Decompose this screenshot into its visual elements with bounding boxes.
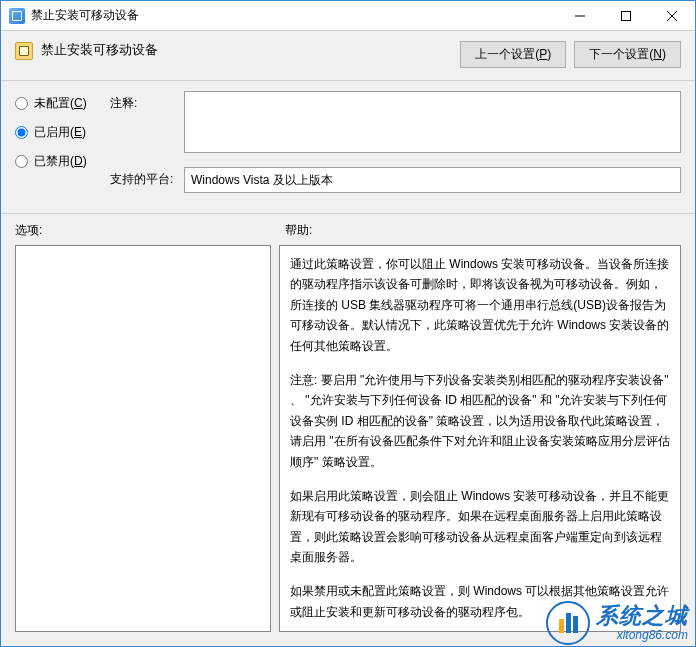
help-paragraph: 通过此策略设置，你可以阻止 Windows 安装可移动设备。当设备所连接的驱动程… <box>290 254 670 356</box>
policy-header: 禁止安装可移动设备 上一个设置(P) 下一个设置(N) <box>1 31 695 81</box>
maximize-button[interactable] <box>603 1 649 30</box>
config-area: 未配置(C) 已启用(E) 已禁用(D) 注释: 支持的平台: Wind <box>1 81 695 214</box>
window-controls <box>557 1 695 30</box>
panes: 通过此策略设置，你可以阻止 Windows 安装可移动设备。当设备所连接的驱动程… <box>1 245 695 646</box>
radio-not-configured[interactable]: 未配置(C) <box>15 95 110 112</box>
policy-title: 禁止安装可移动设备 <box>41 41 460 59</box>
options-pane[interactable] <box>15 245 271 632</box>
radio-disabled[interactable]: 已禁用(D) <box>15 153 110 170</box>
minimize-button[interactable] <box>557 1 603 30</box>
policy-editor-window: 禁止安装可移动设备 禁止安装可移动设备 上一个设置(P) 下一个设置(N) <box>0 0 696 647</box>
comment-row: 注释: <box>110 91 681 157</box>
fields: 注释: 支持的平台: Windows Vista 及以上版本 <box>110 91 681 203</box>
svg-rect-1 <box>622 11 631 20</box>
previous-setting-button[interactable]: 上一个设置(P) <box>460 41 566 68</box>
panes-header: 选项: 帮助: <box>1 214 695 245</box>
radio-enabled-input[interactable] <box>15 126 28 139</box>
close-button[interactable] <box>649 1 695 30</box>
help-pane[interactable]: 通过此策略设置，你可以阻止 Windows 安装可移动设备。当设备所连接的驱动程… <box>279 245 681 632</box>
radio-disabled-input[interactable] <box>15 155 28 168</box>
app-icon <box>9 8 25 24</box>
help-header-label: 帮助: <box>285 222 312 239</box>
help-paragraph: 如果启用此策略设置，则会阻止 Windows 安装可移动设备，并且不能更新现有可… <box>290 486 670 568</box>
radio-enabled[interactable]: 已启用(E) <box>15 124 110 141</box>
platform-label: 支持的平台: <box>110 167 184 193</box>
platform-row: 支持的平台: Windows Vista 及以上版本 <box>110 167 681 193</box>
radio-not-configured-input[interactable] <box>15 97 28 110</box>
help-paragraph: 如果禁用或未配置此策略设置，则 Windows 可以根据其他策略设置允许或阻止安… <box>290 581 670 622</box>
titlebar: 禁止安装可移动设备 <box>1 1 695 31</box>
policy-icon <box>15 42 33 60</box>
options-header-label: 选项: <box>15 222 285 239</box>
nav-buttons: 上一个设置(P) 下一个设置(N) <box>460 41 681 68</box>
state-radio-group: 未配置(C) 已启用(E) 已禁用(D) <box>15 91 110 203</box>
window-title: 禁止安装可移动设备 <box>31 7 557 24</box>
comment-input[interactable] <box>184 91 681 153</box>
comment-label: 注释: <box>110 91 184 157</box>
next-setting-button[interactable]: 下一个设置(N) <box>574 41 681 68</box>
supported-platform-field: Windows Vista 及以上版本 <box>184 167 681 193</box>
help-paragraph: 注意: 要启用 "允许使用与下列设备安装类别相匹配的驱动程序安装设备" 、 "允… <box>290 370 670 472</box>
